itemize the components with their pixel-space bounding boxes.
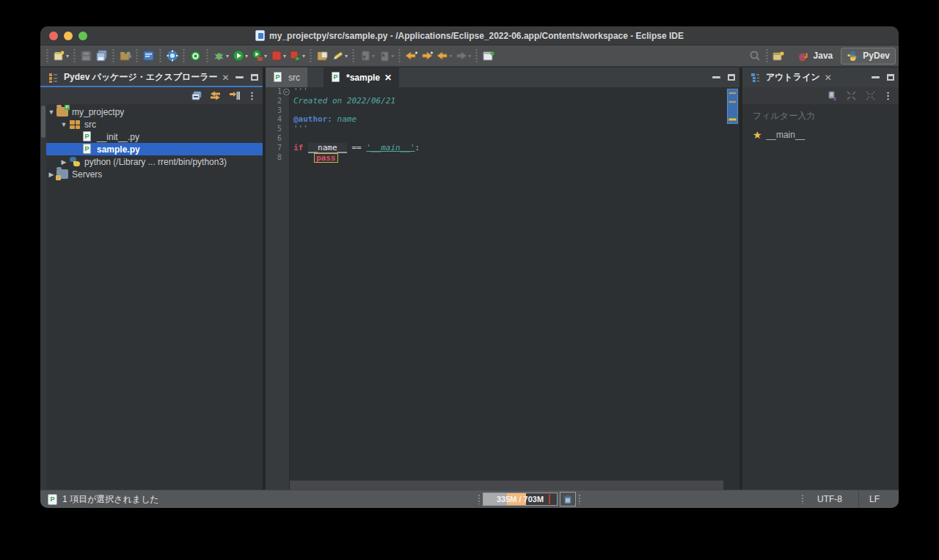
close-icon[interactable]: ✕ — [222, 73, 230, 83]
debug-button[interactable]: ▾ — [211, 48, 230, 64]
sort-icon[interactable]: z — [826, 89, 838, 102]
close-icon[interactable]: ✕ — [825, 73, 832, 83]
heap-memory-label: 335M / 703M — [483, 493, 557, 505]
encoding-status[interactable]: UTF-8 — [810, 494, 858, 504]
python-file-icon: P — [81, 131, 94, 142]
link-editor-icon[interactable] — [209, 89, 222, 102]
preferences-button[interactable] — [164, 48, 180, 64]
new-wizard-button[interactable]: ▾ — [51, 48, 70, 64]
editor-tab-label: *sample — [346, 73, 380, 83]
tab-outline[interactable]: アウトライン ✕ — [742, 67, 838, 87]
eclipse-window: my_projectpy/src/sample.py - /Applicatio… — [40, 26, 899, 508]
fold-collapse-icon[interactable]: − — [283, 89, 290, 95]
expand-all-icon[interactable] — [864, 89, 877, 102]
save-all-button[interactable] — [94, 48, 109, 64]
python-file-icon: P — [331, 72, 342, 83]
code-area[interactable]: 1− 2 3 4 5 6 7 8 ''' Created on 2022/06/… — [266, 87, 739, 490]
toolbar-handle — [135, 49, 139, 62]
forward-edit-location-button[interactable]: ▾ — [453, 48, 472, 64]
mark-occurrences-button[interactable]: ▾ — [330, 48, 349, 64]
tree-item-interpreter[interactable]: ▶ python (/Library ... rrent/bin/python3… — [46, 155, 263, 168]
collapse-all-icon[interactable] — [190, 89, 202, 102]
java-icon: J — [797, 50, 810, 62]
outline-panel: アウトライン ✕ z ⋮ フィルター入力 ★ __main__ — [742, 67, 899, 490]
import-button[interactable] — [117, 48, 133, 64]
open-resource-button[interactable] — [315, 48, 330, 64]
chevron-right-icon[interactable]: ▶ — [59, 158, 69, 166]
chevron-down-icon: ▾ — [345, 53, 348, 59]
overview-ruler[interactable] — [727, 89, 738, 479]
window-title: my_projectpy/src/sample.py - /Applicatio… — [269, 31, 684, 41]
forward-history-button[interactable] — [419, 48, 434, 64]
last-edit-location-button[interactable]: ▾ — [434, 48, 453, 64]
run-last-launch-button[interactable]: ▾ — [249, 48, 268, 64]
tree-item-project[interactable]: ▼ P my_projectpy — [46, 106, 263, 118]
filter-input[interactable]: フィルター入力 — [753, 110, 899, 122]
relaunch-button[interactable]: ▾ — [288, 48, 307, 64]
console-button[interactable] — [141, 48, 156, 64]
prev-annotation-button[interactable]: ▾ — [376, 48, 395, 64]
filters-icon[interactable] — [228, 89, 241, 102]
close-window-button[interactable] — [49, 32, 58, 40]
coverage-button[interactable] — [188, 48, 203, 64]
zoom-window-button[interactable] — [78, 32, 87, 40]
view-menu-icon[interactable]: ⋮ — [247, 91, 257, 100]
annotation-mark[interactable] — [728, 92, 737, 95]
outline-item-main[interactable]: ★ __main__ — [753, 129, 899, 141]
occurrence-mark[interactable] — [728, 118, 737, 121]
new-editor-window-button[interactable] — [481, 48, 496, 64]
active-tab-underline — [40, 86, 263, 87]
explorer-tabstrip: Pydev パッケージ・エクスプローラー ✕ — [40, 67, 263, 87]
tree-item-init-py[interactable]: P __init__.py — [46, 130, 263, 143]
statusbar-handle — [801, 494, 804, 504]
view-menu-icon[interactable]: ⋮ — [883, 91, 893, 100]
perspective-java-button[interactable]: J Java — [792, 48, 838, 64]
perspective-java-label: Java — [814, 51, 833, 61]
toolbar-handle — [45, 49, 49, 62]
project-tree: ▼ P my_projectpy ▼ src P __init__.py — [46, 106, 263, 180]
tree-item-sample-py[interactable]: P sample.py — [46, 143, 263, 155]
new-file-icon — [53, 50, 65, 62]
tree-item-src[interactable]: ▼ src — [46, 118, 263, 130]
line-ending-status[interactable]: LF — [859, 494, 899, 504]
code-lines[interactable]: ''' Created on 2022/06/21 @author: name … — [293, 87, 722, 490]
heap-memory-bar[interactable]: 335M / 703M — [483, 493, 558, 506]
next-annotation-button[interactable]: ▾ — [357, 48, 376, 64]
minimize-view-icon[interactable] — [712, 76, 720, 78]
editor-tab-src[interactable]: P src — [266, 67, 307, 87]
back-arrow-icon — [405, 50, 417, 62]
search-button[interactable] — [748, 48, 763, 64]
minimize-view-icon[interactable] — [235, 76, 244, 78]
run-button[interactable]: ▾ — [230, 48, 249, 64]
close-icon[interactable]: ✕ — [384, 73, 392, 83]
line-number-gutter: 1− 2 3 4 5 6 7 8 — [266, 87, 290, 490]
code-line: if __name__ == '__main__': — [293, 144, 722, 153]
tree-item-servers[interactable]: ▶ Servers — [46, 168, 263, 180]
maximize-view-icon[interactable] — [728, 74, 735, 81]
collapse-all-icon[interactable] — [845, 89, 858, 102]
editor-tab-sample[interactable]: P *sample ✕ — [324, 67, 399, 87]
minimize-view-icon[interactable] — [872, 76, 880, 78]
code-line — [293, 106, 722, 116]
maximize-view-icon[interactable] — [887, 74, 894, 81]
explorer-scrollbar[interactable] — [40, 104, 46, 490]
annotation-mark[interactable] — [728, 100, 737, 103]
linked-edit-box[interactable]: pass — [314, 153, 338, 163]
perspective-pydev-button[interactable]: PyDev — [841, 48, 896, 65]
back-history-button[interactable] — [403, 48, 419, 64]
save-button[interactable] — [78, 48, 94, 64]
open-perspective-button[interactable] — [771, 48, 786, 64]
stop-button[interactable]: ▾ — [268, 48, 288, 64]
chevron-right-icon[interactable]: ▶ — [46, 171, 56, 178]
tab-package-explorer[interactable]: Pydev パッケージ・エクスプローラー ✕ — [40, 67, 236, 87]
explorer-scrollbar-thumb[interactable] — [41, 106, 45, 138]
chevron-down-icon[interactable]: ▼ — [59, 121, 69, 128]
maximize-view-icon[interactable] — [251, 74, 258, 81]
pencil-icon — [332, 50, 344, 62]
chevron-down-icon[interactable]: ▼ — [46, 108, 56, 116]
run-garbage-collector-button[interactable] — [560, 492, 576, 506]
editor-tab-label: src — [288, 73, 300, 83]
horizontal-scrollbar[interactable] — [290, 480, 723, 490]
minimize-window-button[interactable] — [64, 32, 73, 40]
outline-icon — [749, 71, 761, 84]
